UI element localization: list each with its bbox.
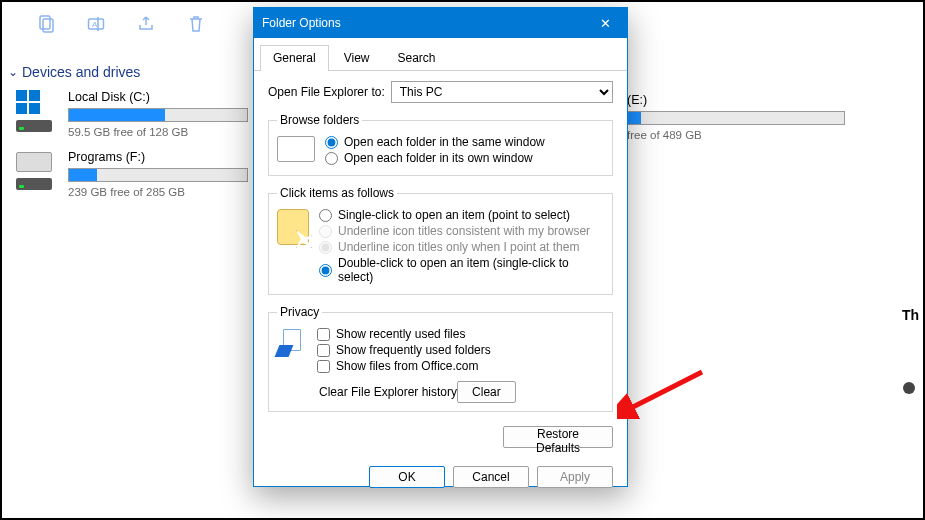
drive-name: Local Disk (C:) (68, 90, 248, 104)
windows-drive-icon (16, 90, 56, 138)
svg-line-5 (625, 372, 702, 411)
devices-drives-header[interactable]: ⌄ Devices and drives (8, 64, 140, 80)
open-explorer-select[interactable]: This PC (391, 81, 613, 103)
hdd-icon (16, 150, 56, 198)
window-icon (277, 136, 315, 162)
drive-free-text: 59.5 GB free of 128 GB (68, 126, 248, 138)
privacy-icon (277, 327, 307, 357)
dialog-content: Open File Explorer to: This PC Browse fo… (254, 71, 627, 456)
drive-item[interactable]: Programs (F:) 239 GB free of 285 GB (16, 150, 248, 198)
radio-single-click[interactable]: Single-click to open an item (point to s… (319, 208, 604, 222)
cutoff-circle (903, 382, 915, 394)
section-title: Devices and drives (22, 64, 140, 80)
drive-free-text: free of 489 GB (627, 129, 845, 141)
browse-legend: Browse folders (277, 113, 362, 127)
ok-button[interactable]: OK (369, 466, 445, 488)
chevron-down-icon: ⌄ (8, 65, 18, 79)
apply-button[interactable]: Apply (537, 466, 613, 488)
drive-usage-bar (627, 111, 845, 125)
rename-icon[interactable]: A (86, 14, 106, 34)
share-icon[interactable] (136, 14, 156, 34)
dialog-tabs: General View Search (254, 38, 627, 71)
tab-view[interactable]: View (331, 45, 383, 71)
clear-button[interactable]: Clear (457, 381, 516, 403)
annotation-arrow (617, 367, 707, 419)
drive-usage-bar (68, 108, 248, 122)
drive-name: (E:) (627, 93, 845, 107)
browse-folders-group: Browse folders Open each folder in the s… (268, 113, 613, 176)
radio-underline-browser: Underline icon titles consistent with my… (319, 224, 604, 238)
dialog-titlebar[interactable]: Folder Options ✕ (254, 8, 627, 38)
explorer-toolbar: A (36, 14, 206, 34)
dialog-title: Folder Options (262, 16, 341, 30)
svg-rect-1 (43, 19, 53, 32)
radio-underline-point: Underline icon titles only when I point … (319, 240, 604, 254)
cursor-icon (277, 209, 309, 245)
dialog-button-row: OK Cancel Apply (254, 456, 627, 502)
svg-rect-0 (40, 16, 50, 29)
close-icon[interactable]: ✕ (583, 8, 627, 38)
clear-history-label: Clear File Explorer history (319, 385, 457, 399)
radio-double-click[interactable]: Double-click to open an item (single-cli… (319, 256, 604, 284)
click-items-group: Click items as follows Single-click to o… (268, 186, 613, 295)
tab-general[interactable]: General (260, 45, 329, 71)
drive-usage-bar (68, 168, 248, 182)
checkbox-recent-files[interactable]: Show recently used files (317, 327, 518, 341)
radio-same-window[interactable]: Open each folder in the same window (325, 135, 545, 149)
open-explorer-label: Open File Explorer to: (268, 85, 385, 99)
radio-own-window[interactable]: Open each folder in its own window (325, 151, 545, 165)
checkbox-office-files[interactable]: Show files from Office.com (317, 359, 518, 373)
svg-text:A: A (92, 20, 98, 29)
folder-options-dialog: Folder Options ✕ General View Search Ope… (253, 7, 628, 487)
privacy-group: Privacy Show recently used files Show fr… (268, 305, 613, 412)
checkbox-frequent-folders[interactable]: Show frequently used folders (317, 343, 518, 357)
cancel-button[interactable]: Cancel (453, 466, 529, 488)
drive-item[interactable]: (E:) free of 489 GB (627, 93, 845, 141)
drive-item[interactable]: Local Disk (C:) 59.5 GB free of 128 GB (16, 90, 248, 138)
restore-defaults-button[interactable]: Restore Defaults (503, 426, 613, 448)
drive-name: Programs (F:) (68, 150, 248, 164)
delete-icon[interactable] (186, 14, 206, 34)
privacy-legend: Privacy (277, 305, 322, 319)
drive-free-text: 239 GB free of 285 GB (68, 186, 248, 198)
tab-search[interactable]: Search (385, 45, 449, 71)
click-legend: Click items as follows (277, 186, 397, 200)
copy-icon[interactable] (36, 14, 56, 34)
cutoff-text: Th (902, 307, 919, 323)
